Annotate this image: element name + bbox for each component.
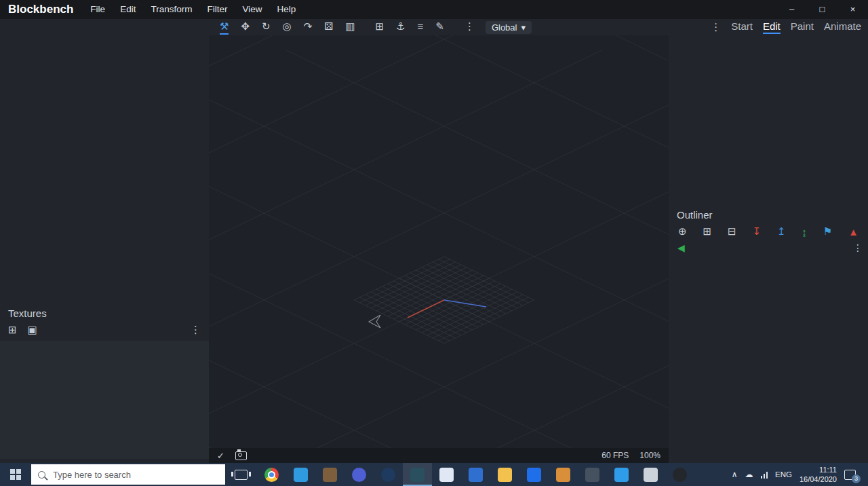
taskbar-search[interactable] [31, 464, 225, 485]
search-icon [38, 471, 45, 479]
main-toolbar-tools: ⚒✥↻◎↷⚄▥⊞⚓≡✎⋮ [220, 20, 475, 35]
menu-bar: FileEditTransformFilterViewHelp [83, 0, 303, 19]
taskbar-app-notebook[interactable] [636, 463, 665, 486]
messenger-icon [614, 468, 629, 482]
menu-help[interactable]: Help [269, 0, 303, 19]
minecraft-icon [323, 468, 337, 482]
taskbar-app-monitor[interactable] [578, 463, 607, 486]
create-texture-icon[interactable]: ▣ [28, 324, 37, 336]
minimize-button[interactable]: – [776, 0, 807, 19]
onedrive-cloud-icon[interactable]: ☁ [745, 470, 753, 479]
notification-center-icon[interactable]: 3 [844, 470, 856, 480]
filter-icon[interactable]: ≡ [418, 20, 424, 35]
random-color-icon[interactable]: ⚄ [324, 20, 333, 35]
workspace: Textures ⊞▣ ⋮ ⚒✥↻◎↷⚄▥⊞⚓≡✎⋮ Global ▾ ✓ [0, 19, 868, 463]
rotate-tool-icon[interactable]: ↻ [262, 20, 271, 35]
file-explorer-icon [498, 468, 512, 482]
toolbar-overflow-icon[interactable]: ⋮ [465, 20, 475, 35]
maximize-button[interactable]: □ [807, 0, 837, 19]
move-tool-icon[interactable]: ⚒ [220, 20, 229, 35]
outliner-toolbar: ⊕⊞⊟↧↥↨⚑▲ [669, 225, 868, 238]
align-up-blue-icon[interactable]: ↥ [777, 225, 786, 238]
tab-start[interactable]: Start [731, 20, 753, 34]
taskbar-app-file-explorer[interactable] [490, 463, 519, 486]
cone-icon[interactable]: ▲ [848, 226, 859, 238]
zoom-level: 100% [639, 451, 660, 460]
global-space-dropdown[interactable]: Global ▾ [486, 21, 532, 34]
start-button[interactable] [0, 463, 31, 486]
outliner-list[interactable] [669, 253, 868, 463]
viewport-statusbar: ✓ 60 FPS 100% [209, 448, 669, 463]
taskbar-app-document[interactable] [432, 463, 461, 486]
texture-list[interactable] [0, 341, 209, 459]
global-label: Global [492, 22, 517, 33]
task-view-icon[interactable] [235, 470, 248, 480]
viewport-grid[interactable] [209, 35, 669, 448]
taskbar-app-vscode[interactable] [286, 463, 315, 486]
toggle-visibility-icon[interactable]: ◀ [677, 242, 685, 253]
taskbar-app-minecraft[interactable] [315, 463, 344, 486]
textures-overflow-icon[interactable]: ⋮ [191, 324, 201, 336]
add-group-icon[interactable]: ⊕ [678, 225, 687, 238]
add-group-icon[interactable]: ⊞ [376, 20, 384, 35]
taskbar-app-blockbench[interactable] [403, 463, 432, 486]
search-input[interactable] [52, 469, 197, 481]
screenshot-icon[interactable] [235, 451, 247, 460]
left-sidebar: Textures ⊞▣ ⋮ [0, 19, 209, 463]
photos-icon [527, 468, 541, 482]
taskbar-clock[interactable]: 11:11 16/04/2020 [800, 465, 837, 485]
taskbar-app-obs[interactable] [665, 463, 694, 486]
tray-expand-icon[interactable]: ∧ [732, 470, 738, 479]
menu-edit[interactable]: Edit [113, 0, 143, 19]
menu-file[interactable]: File [83, 0, 113, 19]
tab-edit[interactable]: Edit [763, 20, 781, 34]
flag-icon[interactable]: ⚑ [823, 225, 832, 238]
check-icon[interactable]: ✓ [217, 451, 224, 461]
outliner-secondary-row: ◀ ⋮ [669, 238, 868, 253]
menu-transform[interactable]: Transform [143, 0, 199, 19]
resize-tool-icon[interactable]: ✥ [241, 20, 250, 35]
taskbar-app-discord[interactable] [344, 463, 374, 486]
taskbar-app-messenger[interactable] [607, 463, 636, 486]
tab-animate[interactable]: Animate [824, 20, 861, 34]
outliner-title: Outliner [669, 209, 868, 225]
center-column: ⚒✥↻◎↷⚄▥⊞⚓≡✎⋮ Global ▾ ✓ 60 FPS 100% [209, 19, 669, 463]
network-icon[interactable] [761, 471, 768, 479]
app-logo: Blockbench [0, 3, 83, 16]
import-texture-icon[interactable]: ⊞ [8, 324, 17, 336]
language-indicator[interactable]: ENG [775, 470, 792, 479]
blockbench-window: Blockbench FileEditTransformFilterViewHe… [0, 0, 868, 486]
right-sidebar: ⋮ StartEditPaintAnimate Outliner ⊕⊞⊟↧↥↨⚑… [669, 19, 868, 463]
align-down-red-icon[interactable]: ↧ [752, 225, 761, 238]
left-sidebar-empty [0, 19, 209, 306]
monitor-icon [585, 468, 599, 482]
taskbar-app-photos[interactable] [519, 463, 549, 486]
edit-pencil-icon[interactable]: ✎ [435, 20, 444, 35]
outliner-overflow-icon[interactable]: ⋮ [853, 242, 863, 253]
document-icon [439, 468, 454, 482]
pivot-tool-icon[interactable]: ◎ [283, 20, 292, 35]
menu-view[interactable]: View [235, 0, 269, 19]
add-cube-icon[interactable]: ⊞ [703, 225, 711, 238]
textures-panel-title: Textures [0, 306, 209, 322]
vertex-snap-tool-icon[interactable]: ↷ [304, 20, 313, 35]
viewport-3d[interactable] [209, 35, 669, 448]
menu-filter[interactable]: Filter [199, 0, 235, 19]
align-center-green-icon[interactable]: ↨ [802, 226, 807, 238]
taskbar-app-mail[interactable] [461, 463, 490, 486]
blockbench-icon [410, 468, 425, 482]
taskbar-app-steam[interactable] [374, 463, 403, 486]
windows-logo-icon [10, 469, 21, 480]
taskbar-app-paint[interactable] [549, 463, 578, 486]
view-facing-arrow-icon [369, 315, 380, 328]
mirror-view-icon[interactable]: ▥ [345, 20, 355, 35]
paint-icon [556, 468, 570, 482]
mode-overflow-icon[interactable]: ⋮ [711, 21, 721, 33]
collapse-groups-icon[interactable]: ⊟ [728, 225, 736, 238]
close-button[interactable]: × [837, 0, 868, 19]
tab-paint[interactable]: Paint [791, 20, 814, 34]
tray-time: 11:11 [800, 465, 837, 474]
anchor-icon[interactable]: ⚓ [396, 20, 405, 35]
taskbar-app-chrome[interactable] [257, 463, 286, 486]
discord-icon [352, 468, 366, 482]
